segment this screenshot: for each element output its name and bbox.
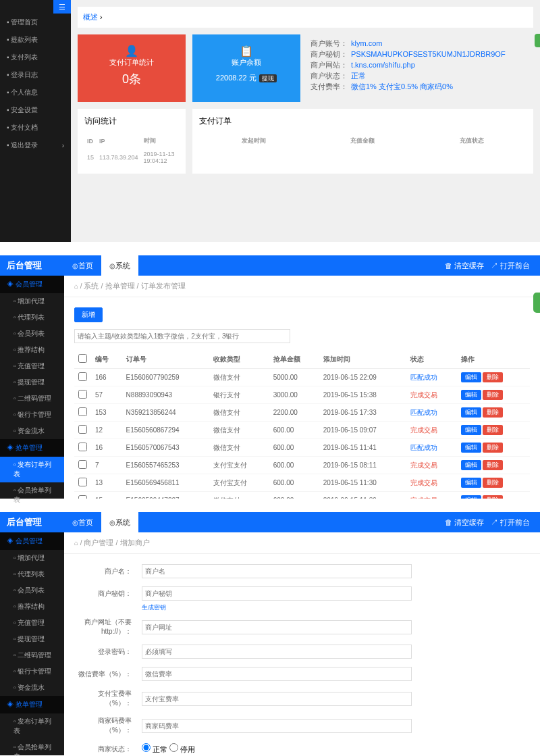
td: 微信支付 [209, 439, 269, 457]
td: 600.00 [269, 492, 319, 499]
search-input[interactable] [74, 329, 290, 343]
td: 166 [91, 369, 122, 386]
nav-item[interactable]: ▫ 发布订单列表 [0, 457, 64, 482]
row-check[interactable] [78, 495, 87, 499]
text-input[interactable] [142, 586, 412, 601]
row-check[interactable] [78, 390, 87, 399]
delete-button[interactable]: 删除 [483, 460, 503, 470]
radio-option[interactable]: 停用 [169, 745, 195, 753]
radio-option[interactable]: 正常 [142, 745, 167, 753]
delete-button[interactable]: 删除 [483, 372, 503, 382]
info-label: 商户账号： [310, 38, 351, 49]
text-input[interactable] [142, 667, 412, 681]
visit-stats-panel: 访问统计 IDIP时间 15113.78.39.2042019-11-13 19… [78, 109, 186, 174]
nav-item[interactable]: ▫ 提现管理 [0, 374, 64, 390]
nav-item[interactable]: ▫ 增加代理 [0, 293, 64, 309]
delete-button[interactable]: 删除 [483, 495, 503, 499]
field-label: 商户名： [74, 567, 142, 576]
nav-group[interactable]: ◈ 抢单管理 [0, 439, 64, 457]
nav-item[interactable]: ▫ 推荐结构 [0, 599, 64, 615]
breadcrumb: 概述 › [78, 7, 533, 28]
breadcrumb: ⌂ / 系统 / 抢单管理 / 订单发布管理 [64, 276, 540, 297]
text-input[interactable] [142, 692, 412, 706]
nav-item[interactable]: ▫ 提现管理 [0, 631, 64, 647]
nav-item[interactable]: ▫ 增加代理 [0, 550, 64, 566]
delete-button[interactable]: 删除 [483, 390, 503, 400]
delete-button[interactable]: 删除 [483, 407, 503, 418]
nav-item[interactable]: ▫ 资金流水 [0, 423, 64, 439]
text-input[interactable] [142, 719, 412, 733]
delete-button[interactable]: 删除 [483, 425, 503, 435]
nav-item[interactable]: ▪ 安全设置 [0, 101, 71, 119]
edit-button[interactable]: 编辑 [461, 443, 481, 453]
table-row: 15 E1560569447207 微信支付 600.00 2019-06-15… [74, 492, 530, 499]
tab-home[interactable]: ◎ 首页 [64, 255, 101, 276]
main-content: ⌂ / 商户管理 / 增加商户 商户名：商户秘钥：生成密钥商户网址（不要http… [64, 532, 540, 755]
hamburger-icon[interactable]: ☰ [53, 0, 71, 14]
nav-item[interactable]: ▪ 管理首页 [0, 14, 71, 31]
row-check[interactable] [78, 443, 87, 451]
help-bubble[interactable] [535, 34, 540, 47]
nav-item[interactable]: ▪ 支付文档 [0, 119, 71, 136]
td: 2019-11-13 19:04:12 [141, 148, 179, 167]
open-front-link[interactable]: ↗ 打开前台 [491, 518, 530, 528]
nav-group[interactable]: ◈ 抢单管理 [0, 696, 64, 713]
withdraw-button[interactable]: 提现 [259, 74, 277, 82]
edit-button[interactable]: 编辑 [461, 425, 481, 435]
clear-cache-link[interactable]: 🗑 清空缓存 [445, 518, 484, 528]
nav-item[interactable]: ▪ 退出登录 [0, 136, 71, 154]
text-input[interactable] [142, 645, 412, 659]
field-label: 微信费率（%）： [74, 670, 142, 679]
hint-link[interactable]: 生成密钥 [142, 603, 530, 612]
tab-system[interactable]: ◎ 系统 [101, 255, 138, 276]
nav-item[interactable]: ▫ 代理列表 [0, 566, 64, 582]
nav-item[interactable]: ▫ 推荐结构 [0, 342, 64, 358]
check-all[interactable] [78, 354, 87, 363]
text-input[interactable] [142, 564, 412, 578]
edit-button[interactable]: 编辑 [461, 390, 481, 400]
nav-item[interactable]: ▪ 提款列表 [0, 31, 71, 49]
th: 操作 [457, 350, 530, 369]
nav-item[interactable]: ▫ 代理列表 [0, 309, 64, 326]
nav-item[interactable]: ▪ 登录日志 [0, 66, 71, 84]
nav-item[interactable]: ▫ 二维码管理 [0, 647, 64, 663]
edit-button[interactable]: 编辑 [461, 372, 481, 382]
edit-button[interactable]: 编辑 [461, 407, 481, 418]
nav-item[interactable]: ▫ 二维码管理 [0, 390, 64, 407]
nav-group[interactable]: ◈ 会员管理 [0, 276, 64, 293]
field-label: 商户秘钥： [74, 589, 142, 599]
row-check[interactable] [78, 407, 87, 416]
nav-item[interactable]: ▫ 资金流水 [0, 680, 64, 696]
nav-group[interactable]: ◈ 会员管理 [0, 532, 64, 550]
nav-item[interactable]: ▫ 银行卡管理 [0, 663, 64, 680]
nav-item[interactable]: ▫ 会员列表 [0, 326, 64, 342]
delete-button[interactable]: 删除 [483, 443, 503, 453]
add-button[interactable]: 新增 [74, 307, 103, 322]
td: E1560569447207 [122, 492, 210, 499]
edit-button[interactable]: 编辑 [461, 460, 481, 470]
nav-item[interactable]: ▫ 会员抢单列表 [0, 739, 64, 756]
nav-item[interactable]: ▪ 个人信息 [0, 84, 71, 101]
help-bubble[interactable] [533, 293, 540, 313]
open-front-link[interactable]: ↗ 打开前台 [491, 261, 530, 271]
text-input[interactable] [142, 620, 412, 634]
nav-item[interactable]: ▫ 银行卡管理 [0, 407, 64, 423]
card-balance: 📋 账户余额 22008.22 元 提现 [192, 34, 300, 102]
row-check[interactable] [78, 460, 87, 469]
tab-home[interactable]: ◎ 首页 [64, 512, 101, 532]
nav-item[interactable]: ▫ 充值管理 [0, 358, 64, 374]
nav-item[interactable]: ▫ 会员抢单列表 [0, 482, 64, 508]
field-label: 商户网址（不要http://）： [74, 618, 142, 636]
nav-item[interactable]: ▫ 发布订单列表 [0, 713, 64, 739]
row-check[interactable] [78, 372, 87, 381]
tab-system[interactable]: ◎ 系统 [101, 512, 138, 532]
edit-button[interactable]: 编辑 [461, 495, 481, 499]
edit-button[interactable]: 编辑 [461, 478, 481, 488]
clear-cache-link[interactable]: 🗑 清空缓存 [445, 261, 484, 271]
delete-button[interactable]: 删除 [483, 478, 503, 488]
nav-item[interactable]: ▫ 会员列表 [0, 582, 64, 599]
nav-item[interactable]: ▫ 充值管理 [0, 615, 64, 631]
nav-item[interactable]: ▪ 支付列表 [0, 49, 71, 66]
row-check[interactable] [78, 478, 87, 486]
row-check[interactable] [78, 425, 87, 434]
